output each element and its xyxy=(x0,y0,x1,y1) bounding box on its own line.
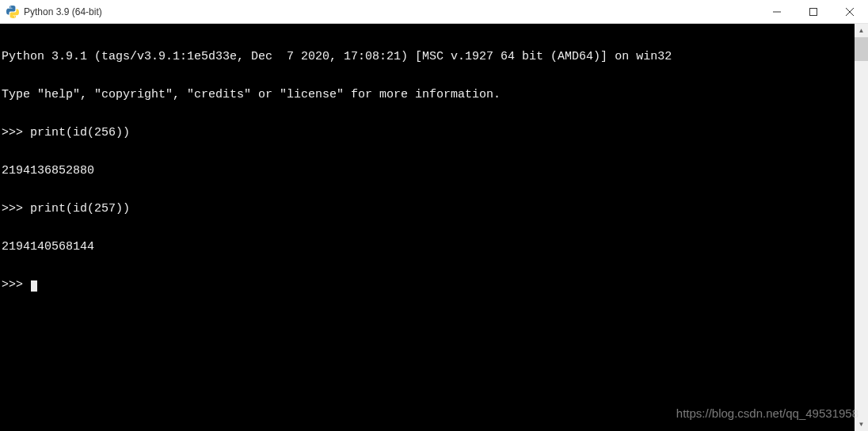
titlebar: Python 3.9 (64-bit) xyxy=(0,0,868,24)
window-controls xyxy=(759,0,868,23)
python-icon xyxy=(6,6,19,18)
terminal-line: 2194140568144 xyxy=(2,241,855,254)
svg-rect-1 xyxy=(810,8,817,15)
scroll-up-arrow[interactable]: ▲ xyxy=(855,24,868,37)
terminal-line: >>> print(id(257)) xyxy=(2,203,855,216)
maximize-button[interactable] xyxy=(795,0,832,23)
terminal-prompt-line: >>> xyxy=(2,279,855,292)
terminal-line: 2194136852880 xyxy=(2,165,855,177)
scroll-down-arrow[interactable]: ▼ xyxy=(855,418,868,431)
terminal-prompt: >>> xyxy=(2,278,30,292)
terminal-line: Type "help", "copyright", "credits" or "… xyxy=(2,89,855,101)
terminal-line: >>> print(id(256)) xyxy=(2,127,855,139)
vertical-scrollbar[interactable]: ▲ ▼ xyxy=(855,24,868,431)
terminal-output[interactable]: Python 3.9.1 (tags/v3.9.1:1e5d33e, Dec 7… xyxy=(0,24,855,431)
terminal-line: Python 3.9.1 (tags/v3.9.1:1e5d33e, Dec 7… xyxy=(2,51,855,63)
terminal-container: Python 3.9.1 (tags/v3.9.1:1e5d33e, Dec 7… xyxy=(0,24,868,431)
close-button[interactable] xyxy=(832,0,868,23)
scroll-thumb[interactable] xyxy=(855,37,868,61)
window-title: Python 3.9 (64-bit) xyxy=(24,6,102,17)
minimize-button[interactable] xyxy=(759,0,795,23)
cursor xyxy=(31,280,37,292)
